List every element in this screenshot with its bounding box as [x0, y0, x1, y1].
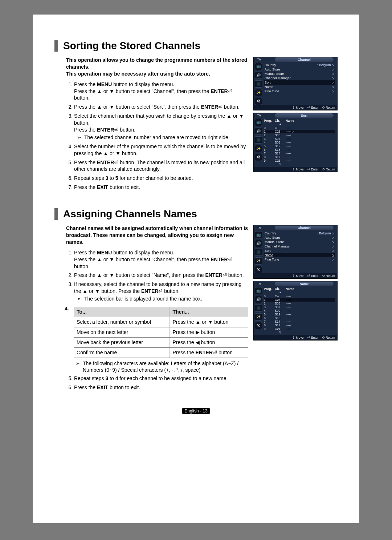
osd-channel-menu-sort: TV Channel 📺 🔊 🌑 ✨ 🛠 Country: Belgium ▷A…: [253, 57, 338, 110]
section2-title: Assigning Channels Names: [54, 208, 338, 220]
osd-table-header: Ch.: [275, 119, 286, 122]
osd-arrow-up: ▲: [275, 291, 286, 294]
osd-icon: 📺: [255, 287, 262, 294]
section1-intro-line2: This operation may be necessary after us…: [66, 71, 210, 77]
text: Press the: [74, 384, 97, 390]
text: Press the: [74, 184, 97, 190]
osd-arrow-down: [286, 162, 335, 166]
osd-footer-enter: ⏎ Enter: [307, 336, 318, 339]
text: button.: [74, 95, 90, 101]
osd-icon: 🛠: [255, 154, 262, 161]
osd-table-cell: 9: [264, 159, 275, 162]
enter-icon: ⏎: [158, 288, 163, 294]
section1-steps: Press the MENU button to display the men…: [66, 81, 248, 191]
osd-table-cell: -----: [286, 320, 335, 323]
th-to: To...: [74, 307, 170, 317]
osd-table-cell: -----: [286, 148, 335, 152]
text: to: [108, 375, 115, 381]
osd-title: Sort: [275, 113, 334, 118]
osd-icon: 🛠: [255, 266, 262, 273]
text: Press the ▲ or ▼ button to select "Sort"…: [74, 104, 201, 110]
enter-icon: ⏎: [114, 127, 118, 133]
td: Press the ENTER⏎ button: [170, 347, 248, 358]
text: Press the: [74, 160, 97, 165]
osd-arrow-up: [286, 122, 335, 126]
text: Return: [326, 168, 335, 171]
osd-footer-enter: ⏎ Enter: [307, 274, 318, 278]
section1-title: Sorting the Stored Channels: [54, 40, 338, 52]
osd-table-cell: 6: [264, 316, 275, 320]
osd-table-header: Prog.: [264, 119, 275, 122]
enter-icon: ⏎: [228, 257, 232, 262]
step4-number: 4.: [65, 305, 71, 312]
text: Move: [296, 274, 304, 278]
updown-icon: ⇕: [292, 168, 295, 171]
text: button to exit.: [108, 384, 140, 390]
osd-table-cell: -----: [286, 298, 335, 302]
section2-step2: Press the ▲ or ▼ button to select "Name"…: [74, 272, 248, 279]
osd-table-cell: 3: [264, 305, 275, 309]
osd-table-cell: C21: [275, 327, 286, 331]
osd-title: Channel: [275, 57, 334, 62]
return-icon: ⟲: [322, 168, 325, 171]
enter-icon: ⏎: [218, 104, 222, 110]
enter-icon: ⏎: [307, 168, 310, 171]
text: Move: [296, 106, 304, 109]
osd-table-cell: S13: [275, 316, 286, 320]
osd-table-cell: 8: [264, 323, 275, 327]
text: Press the ▲ or ▼ button to select "Chann…: [74, 257, 211, 262]
text: button.: [222, 104, 240, 110]
osd-icon: ✨: [255, 257, 262, 265]
text: Repeat steps: [74, 175, 105, 181]
text: button.: [227, 272, 244, 278]
section1-step5: Press the ENTER⏎ button. The channel is …: [74, 159, 248, 173]
section2-step6: Press the EXIT button to exit.: [74, 384, 248, 391]
osd-footer-move: ⇕ Move: [292, 106, 303, 109]
osd-table-cell: S17: [275, 155, 286, 159]
osd-tv-label: TV: [256, 281, 262, 286]
section2-step1: Press the MENU button to display the men…: [74, 249, 248, 270]
td: Select a letter, number or symbol: [74, 317, 170, 327]
text: Press the: [74, 81, 97, 87]
section2-step3: If necessary, select the channel to be a…: [74, 281, 248, 302]
osd-icon: ✨: [255, 145, 262, 152]
osd-table-cell: S07: [275, 137, 286, 141]
osd-icon: ✨: [255, 313, 262, 321]
osd-menu-item: Fine Tune ▷: [264, 89, 335, 93]
text: for another channel to be sorted.: [118, 175, 193, 181]
osd-menu-item: Sort ▷: [264, 249, 335, 253]
osd-arrow-up: [286, 291, 335, 294]
page-number: English - 13: [54, 408, 338, 414]
exit-label: EXIT: [97, 384, 108, 390]
text: Return: [326, 106, 335, 109]
osd-table-cell: 0: [264, 126, 275, 130]
osd-footer-return: ⟲ Return: [322, 168, 335, 171]
text: button.: [163, 288, 180, 294]
enter-icon: ⏎: [213, 350, 217, 355]
osd-menu-item: Manual Store ▷: [264, 72, 335, 76]
osd-table-cell: -----: [286, 313, 335, 316]
osd-table-cell: -----: [286, 323, 335, 327]
enter-label: ENTER: [196, 350, 213, 355]
osd-table-cell: 8: [264, 155, 275, 159]
text: Enter: [311, 336, 318, 339]
osd-icon: 🌑: [255, 80, 262, 88]
text: button to exit.: [108, 184, 140, 190]
osd-table-cell: S09: [275, 309, 286, 313]
return-icon: ⟲: [322, 274, 325, 278]
text: Enter: [311, 168, 318, 171]
osd-footer-return: ⟲ Return: [322, 274, 335, 278]
instruction-table: To... Then... Select a letter, number or…: [74, 307, 248, 358]
osd-table-cell: -----: [286, 155, 335, 159]
osd-icon: 🌑: [255, 136, 262, 144]
osd-table-cell: ----- ▷: [286, 130, 335, 133]
osd-menu-item: Auto Store ▷: [264, 235, 335, 240]
text: Move: [296, 168, 304, 171]
section1-step6: Repeat steps 3 to 5 for another channel …: [74, 175, 248, 182]
text: button.: [74, 263, 90, 269]
text: Select the channel number that you wish …: [74, 113, 244, 126]
osd-icon: 🔊: [255, 296, 262, 303]
osd-footer-return: ⟲ Return: [322, 106, 335, 109]
osd-table-cell: S06: [275, 133, 286, 137]
section1-step7: Press the EXIT button to exit.: [74, 184, 248, 191]
